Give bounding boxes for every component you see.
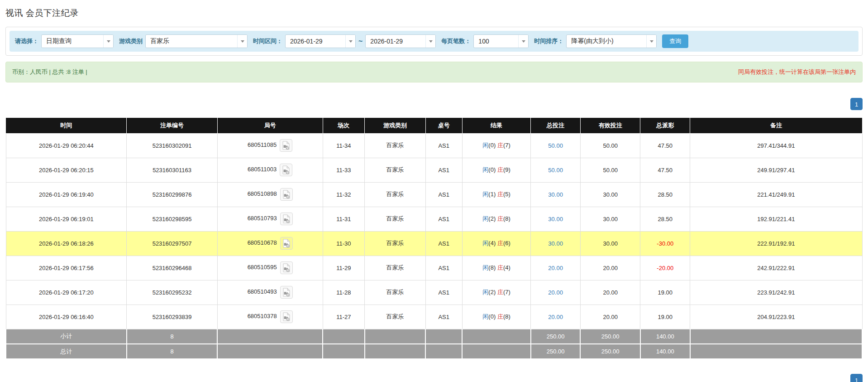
time-sort-label: 时间排序：	[534, 37, 563, 45]
video-replay-button[interactable]	[280, 188, 293, 201]
result-player-count: (4)	[488, 240, 496, 247]
result-player-label: 闲	[482, 313, 488, 320]
cell-game-type: 百家乐	[365, 182, 425, 207]
cell-round-id: 680510378	[217, 305, 323, 329]
chevron-down-icon[interactable]	[345, 35, 355, 48]
currency-total-text: 币别：人民币 | 总共 :8 注单 |	[12, 68, 87, 76]
filter-bar: 请选择： 日期查询 游戏类别 百家乐 时间区间： 2026-01-29 ~ 20…	[10, 31, 858, 52]
cell-payout: 19.00	[640, 305, 690, 329]
page-size-value: 100	[474, 35, 518, 48]
cell-table-no: AS1	[425, 280, 462, 305]
cell-payout: -30.00	[640, 231, 690, 256]
video-file-icon	[283, 312, 290, 321]
video-file-icon	[283, 239, 290, 248]
column-header-7: 结果	[462, 118, 530, 133]
game-type-dropdown[interactable]: 百家乐	[145, 34, 248, 48]
page-button-1[interactable]: 1	[850, 98, 863, 110]
search-button[interactable]: 查询	[662, 34, 688, 48]
chevron-down-icon[interactable]	[425, 35, 435, 48]
video-replay-button[interactable]	[280, 237, 293, 250]
time-sort-value: 降幂(由大到小)	[567, 35, 646, 48]
result-player-count: (0)	[488, 142, 496, 149]
chevron-down-icon[interactable]	[237, 35, 247, 48]
cell-total-bet: 20.00	[531, 280, 581, 305]
total-bet-link[interactable]: 20.00	[548, 265, 563, 271]
column-header-4: 场次	[323, 118, 365, 133]
column-header-5: 游戏类别	[365, 118, 425, 133]
column-header-1: 时间	[6, 118, 127, 133]
round-id: 680510898	[248, 190, 277, 197]
column-header-6: 桌号	[425, 118, 462, 133]
total-bet-link[interactable]: 50.00	[548, 167, 563, 174]
date-from-dropdown[interactable]: 2026-01-29	[285, 34, 356, 48]
cell-note: 242.91/222.91	[690, 256, 862, 280]
cell-payout: 47.50	[640, 133, 690, 158]
page-size-dropdown[interactable]: 100	[473, 34, 529, 48]
time-sort-dropdown[interactable]: 降幂(由大到小)	[566, 34, 657, 48]
cell-game-type: 百家乐	[365, 256, 425, 280]
round-id: 680510793	[248, 215, 277, 222]
pagination-bottom: 1	[5, 374, 863, 382]
cell-payout: -20.00	[640, 256, 690, 280]
subtotal-payout: 140.00	[640, 329, 690, 344]
cell-table-no: AS1	[425, 305, 462, 329]
total-bet-link[interactable]: 20.00	[548, 289, 563, 296]
cell-valid-bet: 30.00	[580, 231, 640, 256]
payout-value: 19.00	[658, 314, 673, 320]
cell-session: 11-33	[323, 158, 365, 182]
total-bet-link[interactable]: 30.00	[548, 216, 563, 222]
cell-payout: 47.50	[640, 158, 690, 182]
result-banker-count: (9)	[503, 166, 510, 173]
column-header-11: 备注	[690, 118, 862, 133]
cell-note: 221.41/249.91	[690, 182, 862, 207]
payout-value: 28.50	[658, 191, 673, 198]
total-bet-link[interactable]: 30.00	[548, 191, 563, 198]
chevron-down-icon[interactable]	[103, 35, 113, 48]
video-replay-button[interactable]	[280, 213, 293, 225]
table-row: 2026-01-29 06:18:26523160297507680510678…	[6, 231, 862, 256]
cell-time: 2026-01-29 06:19:01	[6, 207, 127, 231]
total-bet-link[interactable]: 30.00	[548, 240, 563, 247]
cell-session: 11-28	[323, 280, 365, 305]
cell-session: 11-31	[323, 207, 365, 231]
query-type-dropdown[interactable]: 日期查询	[41, 34, 114, 48]
date-to-dropdown[interactable]: 2026-01-29	[365, 34, 436, 48]
cell-time: 2026-01-29 06:17:20	[6, 280, 127, 305]
result-player-label: 闲	[482, 166, 488, 173]
video-replay-button[interactable]	[280, 139, 292, 152]
payout-value: -30.00	[657, 240, 673, 247]
pagination-top: 1	[5, 98, 863, 110]
grand-total-row: 总计 8 250.00 250.00 140.00	[6, 344, 862, 359]
cell-note: 223.91/242.91	[690, 280, 862, 305]
result-banker-label: 庄	[497, 289, 503, 295]
video-file-icon	[283, 263, 290, 272]
column-header-3: 局号	[217, 118, 323, 133]
cell-valid-bet: 20.00	[580, 256, 640, 280]
result-player-count: (0)	[488, 313, 496, 320]
cell-payout: 19.00	[640, 280, 690, 305]
total-bet-link[interactable]: 50.00	[548, 142, 563, 149]
total-bet-link[interactable]: 20.00	[548, 314, 563, 320]
chevron-down-icon[interactable]	[518, 35, 528, 48]
query-type-label: 请选择：	[15, 37, 38, 45]
result-banker-label: 庄	[497, 240, 503, 247]
cell-bet-id: 523160299876	[127, 182, 218, 207]
time-range-label: 时间区间：	[253, 37, 282, 45]
cell-bet-id: 523160293839	[127, 305, 218, 329]
video-replay-button[interactable]	[280, 261, 293, 274]
result-player-count: (2)	[488, 289, 496, 295]
video-replay-button[interactable]	[280, 310, 293, 323]
page-button-1[interactable]: 1	[850, 374, 863, 382]
video-replay-button[interactable]	[280, 286, 293, 299]
page-size-label: 每页笔数：	[441, 37, 471, 45]
video-file-icon	[283, 288, 290, 297]
result-player-count: (0)	[488, 166, 496, 173]
result-banker-label: 庄	[497, 191, 503, 198]
cell-valid-bet: 50.00	[580, 133, 640, 158]
round-id: 680511003	[248, 166, 277, 173]
result-banker-count: (4)	[503, 264, 510, 271]
video-replay-button[interactable]	[280, 164, 292, 176]
result-banker-count: (5)	[503, 191, 510, 198]
chevron-down-icon[interactable]	[646, 35, 656, 48]
cell-note: 222.91/192.91	[690, 231, 862, 256]
